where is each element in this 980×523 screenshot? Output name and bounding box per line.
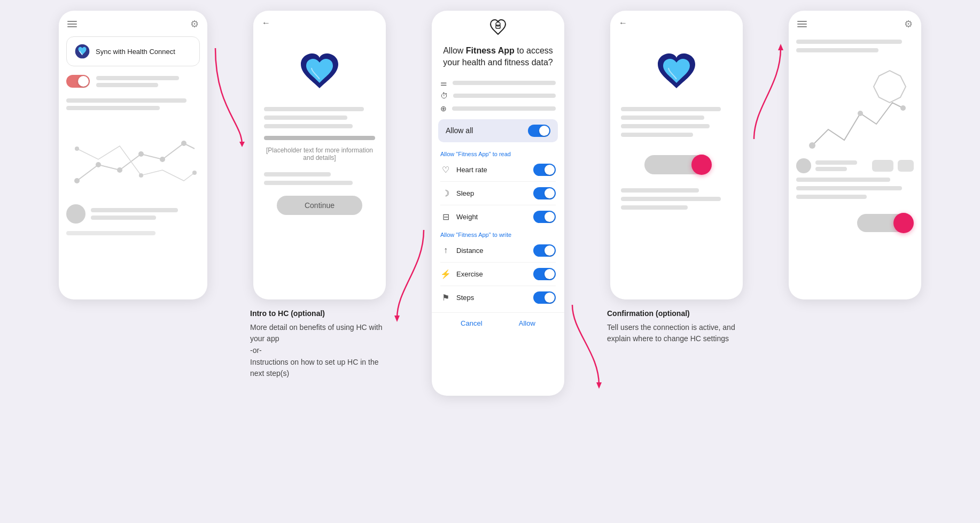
perm-heart-rate[interactable]: ♡ Heart rate bbox=[432, 159, 564, 180]
sleep-label: Sleep bbox=[456, 189, 474, 197]
phone2-header: ← bbox=[253, 11, 386, 32]
hc-logo-center bbox=[253, 32, 386, 107]
clock-row: ⏱ bbox=[432, 89, 564, 102]
exercise-icon: ⚡ bbox=[440, 269, 451, 279]
phone5-toggle-dot bbox=[893, 213, 914, 233]
weight-icon: ⊟ bbox=[440, 212, 451, 222]
svg-marker-14 bbox=[596, 382, 602, 389]
perm-steps[interactable]: ⚑ Steps bbox=[432, 287, 564, 308]
allow-button[interactable]: Allow bbox=[519, 319, 535, 327]
phone1: ⚙ Sync with Health Connect bbox=[59, 11, 207, 299]
distance-toggle[interactable] bbox=[533, 244, 556, 257]
svg-point-17 bbox=[858, 111, 863, 116]
phone1-bottom bbox=[59, 199, 207, 229]
cancel-button[interactable]: Cancel bbox=[461, 319, 482, 327]
phone3-buttons: Cancel Allow bbox=[432, 312, 564, 334]
desc2-title: Intro to HC (optional) bbox=[250, 308, 389, 320]
hamburger-icon2[interactable] bbox=[797, 21, 807, 27]
distance-label: Distance bbox=[456, 247, 484, 255]
permission-title: Allow Fitness App to access your health … bbox=[432, 42, 564, 76]
phone4-bottom-content bbox=[610, 188, 743, 210]
svg-marker-10 bbox=[239, 142, 245, 147]
confirm-toggle-bg[interactable] bbox=[644, 155, 709, 174]
desc4-title: Confirmation (optional) bbox=[607, 308, 746, 320]
allow-all-toggle[interactable] bbox=[528, 125, 550, 137]
write-section-label: Allow "Fitness App" to write bbox=[432, 227, 564, 240]
phone5-section: ⚙ bbox=[789, 11, 921, 299]
allow-all-row[interactable]: Allow all bbox=[438, 119, 558, 142]
steps-label: Steps bbox=[456, 294, 474, 302]
arrow2-svg bbox=[394, 225, 426, 332]
phone5-header: ⚙ bbox=[789, 11, 921, 34]
steps-toggle[interactable] bbox=[533, 291, 556, 304]
phone2-section: ← [Placeholder text for more in bbox=[250, 11, 389, 380]
arrow2-container bbox=[394, 225, 426, 523]
arrow4-svg bbox=[751, 43, 783, 150]
arrow3-svg bbox=[570, 299, 602, 406]
weight-toggle[interactable] bbox=[533, 211, 556, 223]
arrow4-container bbox=[751, 43, 783, 332]
confirm-toggle-row bbox=[610, 150, 743, 180]
svg-point-9 bbox=[192, 171, 197, 175]
desc4-body: Tell users the connection is active, and… bbox=[607, 323, 735, 343]
route-svg bbox=[796, 60, 914, 156]
settings-icon[interactable]: ⚙ bbox=[190, 18, 199, 30]
app-name: Fitness App bbox=[466, 46, 515, 55]
phone2: ← [Placeholder text for more in bbox=[253, 11, 386, 299]
arrow1-container bbox=[213, 43, 245, 332]
phone2-content: [Placeholder text for more information a… bbox=[253, 107, 386, 185]
svg-point-18 bbox=[900, 105, 906, 111]
phone5-toggle-bg[interactable] bbox=[857, 214, 911, 232]
bottom-lines bbox=[91, 208, 200, 220]
svg-point-5 bbox=[160, 157, 165, 162]
back-arrow-icon[interactable]: ← bbox=[262, 18, 270, 28]
weight-label: Weight bbox=[456, 213, 478, 221]
phone3-header bbox=[432, 11, 564, 42]
perm-sleep[interactable]: ☽ Sleep bbox=[432, 183, 564, 204]
phone5-toggle-row bbox=[789, 209, 921, 237]
svg-point-1 bbox=[74, 178, 80, 183]
hc-logo-center2 bbox=[610, 32, 743, 107]
settings-icon2[interactable]: ⚙ bbox=[904, 18, 913, 30]
avatar bbox=[66, 204, 85, 224]
sleep-icon: ☽ bbox=[440, 188, 451, 198]
hc-permission-icon bbox=[488, 18, 508, 37]
svg-point-7 bbox=[75, 147, 79, 151]
steps-icon: ⚑ bbox=[440, 293, 451, 303]
shield-icon: ⊕ bbox=[440, 104, 447, 113]
distance-icon: ↑ bbox=[440, 245, 451, 255]
arrow3-container bbox=[570, 299, 602, 523]
heart-rate-toggle[interactable] bbox=[533, 164, 556, 176]
back-arrow-icon2[interactable]: ← bbox=[619, 18, 627, 28]
perm-weight[interactable]: ⊟ Weight bbox=[432, 206, 564, 227]
phone4-desc: Confirmation (optional) Tell users the c… bbox=[607, 308, 746, 345]
phone5-content bbox=[789, 34, 921, 209]
hc-logo-confirm bbox=[652, 48, 701, 96]
phone3: Allow Fitness App to access your health … bbox=[432, 11, 564, 396]
placeholder-text: [Placeholder text for more information a… bbox=[264, 143, 375, 165]
phone4: ← bbox=[610, 11, 743, 299]
perm-exercise[interactable]: ⚡ Exercise bbox=[432, 264, 564, 284]
phone3-section: Allow Fitness App to access your health … bbox=[432, 11, 564, 396]
svg-point-2 bbox=[96, 162, 101, 167]
svg-marker-15 bbox=[778, 44, 783, 50]
exercise-label: Exercise bbox=[456, 270, 483, 278]
desc2-body1: More detail on benefits of using HC with… bbox=[250, 323, 382, 343]
continue-button[interactable]: Continue bbox=[277, 196, 362, 215]
exercise-toggle[interactable] bbox=[533, 268, 556, 280]
perm-distance[interactable]: ↑ Distance bbox=[432, 240, 564, 261]
phone1-header: ⚙ bbox=[59, 11, 207, 34]
filter-icon: ⚌ bbox=[440, 79, 447, 87]
phone2-desc: Intro to HC (optional) More detail on be… bbox=[250, 308, 389, 380]
read-section-label: Allow "Fitness App" to read bbox=[432, 147, 564, 159]
arrow1-svg bbox=[213, 43, 245, 150]
sync-label: Sync with Health Connect bbox=[96, 48, 175, 56]
hamburger-icon[interactable] bbox=[67, 21, 77, 27]
svg-point-6 bbox=[181, 141, 186, 146]
svg-marker-11 bbox=[394, 316, 400, 322]
sync-toggle[interactable] bbox=[66, 75, 90, 88]
hc-sync-card[interactable]: Sync with Health Connect bbox=[66, 36, 200, 66]
heart-rate-label: Heart rate bbox=[456, 166, 487, 174]
heart-rate-icon: ♡ bbox=[440, 165, 451, 175]
sleep-toggle[interactable] bbox=[533, 187, 556, 199]
